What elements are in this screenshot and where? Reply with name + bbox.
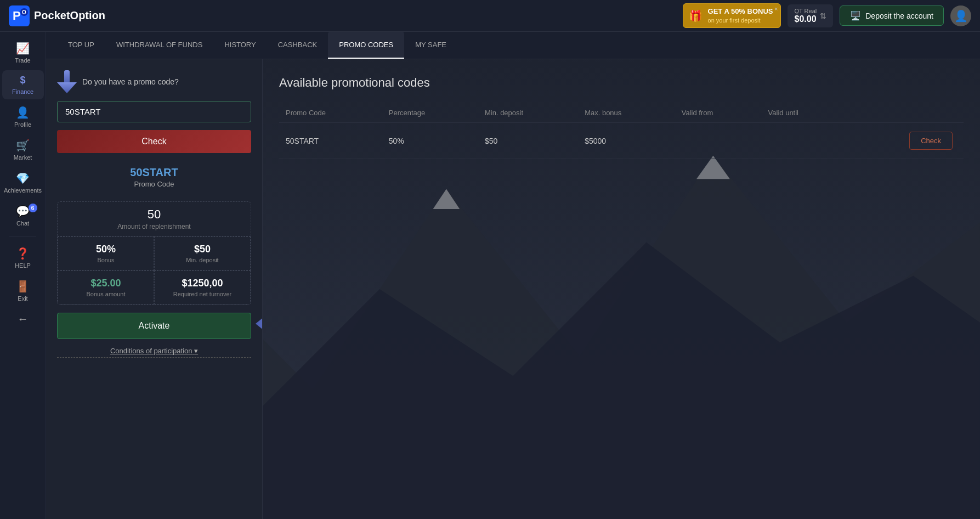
sidebar-item-profile[interactable]: 👤 Profile [2, 101, 44, 132]
logo-icon: P O [9, 5, 30, 26]
sidebar-item-help[interactable]: ❓ HELP [2, 242, 44, 273]
bonus-line1: GET A 50% BONUS [708, 7, 773, 16]
header: P O PocketOption 🎁 GET A 50% BONUS on yo… [0, 0, 980, 32]
header-left: P O PocketOption [9, 5, 105, 26]
promo-question-label: Do you have a promo code? [82, 77, 179, 86]
col-min-deposit: Min. deposit [478, 103, 578, 123]
svg-marker-11 [256, 315, 263, 332]
activate-container: Activate [57, 313, 251, 339]
replenish-label: Amount of replenishment [65, 223, 243, 230]
promo-code-input[interactable] [57, 101, 251, 122]
profile-icon: 👤 [16, 106, 30, 119]
sidebar-label-help: HELP [15, 262, 31, 269]
stats-grid: 50 Amount of replenishment 50% Bonus $50… [57, 201, 251, 305]
bonus-amount-label: Bonus amount [66, 291, 146, 297]
trade-icon: 📈 [16, 42, 30, 55]
bonus-label: Bonus [66, 257, 146, 263]
sidebar-item-market[interactable]: 🛒 Market [2, 134, 44, 165]
svg-text:P: P [13, 9, 21, 22]
deposit-label: Deposit the account [865, 12, 933, 20]
sidebar-item-achievements[interactable]: 💎 Achievements [2, 167, 44, 198]
sidebar-item-finance[interactable]: $ Finance [2, 70, 44, 99]
tabs-bar: TOP UP WITHDRAWAL OF FUNDS HISTORY CASHB… [46, 32, 980, 59]
help-icon: ❓ [16, 247, 30, 260]
tab-withdrawal[interactable]: WITHDRAWAL OF FUNDS [105, 32, 213, 59]
sidebar-label-trade: Trade [15, 57, 30, 64]
tab-my-safe[interactable]: MY SAFE [404, 32, 457, 59]
tab-history[interactable]: HISTORY [213, 32, 267, 59]
bonus-amount-value: $25.00 [66, 278, 146, 289]
sidebar-label-market: Market [14, 154, 32, 161]
logo-text: PocketOption [34, 9, 105, 22]
activate-button[interactable]: Activate [57, 313, 251, 339]
bonus-value: 50% [66, 244, 146, 255]
gift-icon: 🎁 [689, 9, 703, 22]
row-max-bonus: $5000 [578, 123, 675, 159]
tab-promo-codes[interactable]: PROMO CODES [328, 32, 404, 59]
arrow-left-icon [256, 315, 263, 332]
main-content: TOP UP WITHDRAWAL OF FUNDS HISTORY CASHB… [46, 32, 980, 519]
bonus-line2: on your first deposit [708, 16, 773, 24]
required-turnover-label: Required net turnover [162, 291, 242, 297]
content-area: Do you have a promo code? Check 50START … [46, 59, 980, 519]
table-header-row: Promo Code Percentage Min. deposit Max. … [279, 103, 964, 123]
min-deposit-value: $50 [162, 244, 242, 255]
bonus-amount-cell: $25.00 Bonus amount [58, 270, 154, 304]
row-valid-from [675, 123, 762, 159]
arrow-left-indicator [256, 314, 263, 337]
col-action [846, 103, 964, 123]
sidebar-item-back[interactable]: ← [2, 308, 44, 330]
promo-code-name: 50START [57, 166, 251, 179]
replenish-row: 50 Amount of replenishment [58, 202, 251, 236]
deposit-icon: 🖥️ [850, 10, 861, 21]
promo-table: Promo Code Percentage Min. deposit Max. … [279, 103, 964, 159]
back-icon: ← [18, 313, 29, 325]
svg-marker-10 [57, 82, 77, 93]
sidebar-label-exit: Exit [18, 295, 27, 302]
sidebar-item-chat[interactable]: 💬 Chat 6 [2, 200, 44, 231]
tab-cashback[interactable]: CASHBACK [267, 32, 328, 59]
check-button[interactable]: Check [57, 130, 251, 153]
chat-badge: 6 [29, 204, 37, 212]
available-title: Available promotional codes [279, 76, 964, 90]
balance-arrows-icon: ⇅ [820, 12, 826, 20]
conditions-chevron-icon: ▾ [194, 347, 198, 355]
right-panel: Available promotional codes Promo Code P… [263, 59, 980, 519]
chat-icon: 💬 [16, 205, 30, 218]
stats-row-2: $25.00 Bonus amount $1250,00 Required ne… [58, 270, 251, 304]
sidebar-label-chat: Chat [16, 220, 29, 227]
bonus-banner[interactable]: 🎁 GET A 50% BONUS on your first deposit … [683, 3, 781, 28]
min-deposit-cell: $50 Min. deposit [154, 236, 251, 270]
market-icon: 🛒 [16, 139, 30, 152]
row-min-deposit: $50 [478, 123, 578, 159]
required-turnover-cell: $1250,00 Required net turnover [154, 270, 251, 304]
app-body: 📈 Trade $ Finance 👤 Profile 🛒 Market 💎 A… [0, 32, 980, 519]
conditions-link[interactable]: Conditions of participation ▾ [57, 347, 251, 358]
arrow-down-indicator [57, 70, 77, 93]
col-valid-until: Valid until [762, 103, 846, 123]
sidebar-item-exit[interactable]: 🚪 Exit [2, 275, 44, 306]
promo-code-result: 50START Promo Code [57, 161, 251, 194]
svg-text:O: O [22, 9, 26, 15]
logo[interactable]: P O PocketOption [9, 5, 105, 26]
balance-area[interactable]: QT Real $0.00 ⇅ [788, 4, 833, 27]
replenish-value: 50 [65, 207, 243, 222]
bonus-close-icon[interactable]: × [774, 5, 778, 12]
avatar[interactable]: 👤 [950, 5, 971, 26]
deposit-button[interactable]: 🖥️ Deposit the account [840, 5, 944, 26]
exit-icon: 🚪 [16, 280, 30, 293]
table-check-button[interactable]: Check [909, 132, 953, 150]
bonus-cell: 50% Bonus [58, 236, 154, 270]
tab-top-up[interactable]: TOP UP [57, 32, 105, 59]
header-right: 🎁 GET A 50% BONUS on your first deposit … [683, 3, 971, 28]
sidebar-divider [9, 236, 37, 237]
sidebar-label-profile: Profile [14, 121, 31, 128]
arrow-down-icon [57, 70, 77, 93]
balance-value: $0.00 [794, 14, 817, 24]
stats-row-1: 50% Bonus $50 Min. deposit [58, 236, 251, 270]
col-valid-from: Valid from [675, 103, 762, 123]
sidebar-label-finance: Finance [12, 88, 33, 95]
row-percentage: 50% [382, 123, 478, 159]
left-panel: Do you have a promo code? Check 50START … [46, 59, 263, 519]
sidebar-item-trade[interactable]: 📈 Trade [2, 37, 44, 68]
